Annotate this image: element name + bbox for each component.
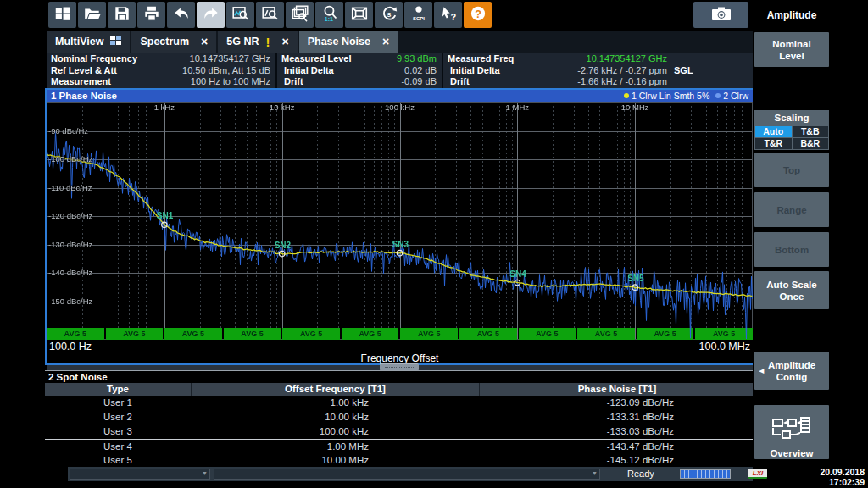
scaling-option-t-b[interactable]: T&B	[793, 126, 829, 137]
lxi-logo: LXI	[748, 469, 767, 479]
chevron-down-icon: ▼	[592, 470, 598, 476]
column-header-offset-frequency-t1: Offset Frequency [T1]	[191, 383, 479, 396]
sidebar-menu-title: Amplitude	[753, 0, 831, 30]
table-cell: -143.47 dBc/Hz	[479, 440, 754, 453]
tab-close-icon[interactable]: ×	[382, 35, 389, 48]
single-sweep-refresh-icon: s	[380, 4, 398, 26]
table-row[interactable]: User 11.00 kHz-123.09 dBc/Hz	[45, 396, 754, 410]
column-header-phase-noise-t1: Phase Noise [T1]	[479, 383, 754, 396]
chevron-down-icon: ▼	[202, 470, 208, 476]
help-icon: ?	[469, 4, 487, 26]
scpi-recorder-button[interactable]: SCPI	[404, 2, 432, 28]
range-button[interactable]: Range	[754, 192, 829, 227]
save-button[interactable]	[108, 2, 136, 28]
spot-noise-table-header: TypeOffset Frequency [T1]Phase Noise [T1…	[45, 383, 754, 396]
table-cell: User 4	[45, 440, 191, 453]
x-axis-label: Frequency Offset	[47, 352, 753, 364]
info-column-2: Measured Freq10.147354127 GHz Initial De…	[442, 53, 751, 88]
nominal-level-button[interactable]: Nominal Level	[754, 32, 829, 67]
spot-noise-table-body: User 11.00 kHz-123.09 dBc/HzUser 210.00 …	[45, 396, 754, 468]
info-row: Nominal Frequency10.147354127 GHz	[51, 53, 270, 65]
undo-button[interactable]	[167, 2, 195, 28]
info-value: 10.50 dBm, Att 15 dB	[182, 65, 270, 77]
svg-text:?: ?	[450, 12, 456, 22]
scaling-option-t-r[interactable]: T&R	[755, 138, 792, 149]
amplitude-config-button[interactable]: ◀ Amplitude Config	[754, 352, 829, 390]
legend-item: 1 Clrw Lin Smth 5%	[624, 91, 709, 101]
info-label: Drift	[281, 76, 303, 88]
save-icon	[113, 4, 131, 26]
phase-noise-window-header[interactable]: 1 Phase Noise 1 Clrw Lin Smth 5%2 Clrw	[47, 90, 753, 102]
softkey-sidebar: Amplitude Nominal Level Scaling AutoT&BT…	[753, 0, 868, 488]
auto-scale-once-button[interactable]: Auto Scale Once	[754, 271, 829, 309]
info-label: Measured Freq	[448, 53, 514, 65]
tab-spectrum[interactable]: Spectrum×	[131, 30, 216, 53]
zoom-multiple-button[interactable]	[286, 2, 314, 28]
zoom-trace-button[interactable]	[226, 2, 254, 28]
context-help-button[interactable]: ?	[434, 2, 462, 28]
table-cell: 10.00 kHz	[191, 410, 479, 424]
status-bar: ▼ ▼ Ready	[68, 467, 753, 481]
help-button[interactable]: ?	[464, 2, 492, 28]
info-label: Measured Level	[281, 53, 352, 65]
print-button[interactable]	[137, 2, 165, 28]
info-label: Ref Level & Att	[51, 65, 117, 77]
tab-label: Spectrum	[140, 36, 189, 47]
scaling-label: Scaling	[754, 110, 829, 125]
zoom-selection-button[interactable]	[256, 2, 284, 28]
status-dropdown-left[interactable]: ▼	[70, 469, 210, 480]
display-frame-button[interactable]	[345, 2, 373, 28]
info-column-1: Measured Level9.93 dBm Initial Delta0.02…	[275, 53, 442, 88]
table-row[interactable]: User 510.00 MHz-145.12 dBc/Hz	[45, 453, 754, 468]
info-row: Drift-0.09 dB	[281, 76, 437, 88]
phase-noise-plot[interactable]: AVG 5AVG 5AVG 5AVG 5AVG 5AVG 5AVG 5AVG 5…	[47, 102, 753, 340]
sweep-progress-bar	[680, 469, 731, 479]
trace-legend: 1 Clrw Lin Smth 5%2 Clrw	[624, 91, 748, 101]
channel-tab-bar: MultiViewSpectrum×5G NR!×Phase Noise×	[47, 30, 753, 53]
multiview-grid-icon	[110, 36, 121, 47]
tab-label: Phase Noise	[308, 36, 370, 47]
tab-close-icon[interactable]: ×	[201, 35, 208, 48]
context-help-icon: ?	[439, 4, 458, 26]
table-cell: User 1	[45, 396, 191, 410]
legend-item: 2 Clrw	[715, 91, 748, 101]
zoom-one-to-one-button[interactable]: 1:1	[315, 2, 343, 28]
bottom-button[interactable]: Bottom	[754, 232, 829, 267]
collapse-arrow-icon: ◀	[759, 367, 765, 375]
top-button[interactable]: Top	[754, 152, 829, 187]
table-cell: 100.00 kHz	[191, 424, 479, 439]
table-cell: User 5	[45, 453, 191, 468]
undo-icon	[172, 4, 191, 26]
tab-phase-noise[interactable]: Phase Noise×	[299, 30, 398, 53]
table-cell: -145.12 dBc/Hz	[479, 453, 754, 468]
status-message-dropdown[interactable]: ▼	[214, 469, 600, 480]
table-cell: -133.31 dBc/Hz	[479, 410, 754, 424]
redo-button[interactable]	[197, 2, 225, 28]
windows-logo-button[interactable]	[48, 2, 76, 28]
overview-label: Overview	[770, 447, 813, 459]
table-row[interactable]: User 210.00 kHz-133.31 dBc/Hz	[45, 410, 754, 424]
scaling-option-auto[interactable]: Auto	[755, 126, 792, 137]
date-time: 20.09.2018 17:02:39	[768, 468, 865, 487]
scaling-option-b-r[interactable]: B&R	[793, 138, 829, 149]
table-row[interactable]: User 3100.00 kHz-133.03 dBc/Hz	[45, 424, 754, 439]
info-value: 10.147354127 GHz	[190, 53, 270, 65]
info-value: 10.147354127 GHz	[587, 53, 667, 65]
tab-multiview[interactable]: MultiView	[47, 30, 130, 53]
camera-icon	[710, 4, 732, 26]
info-value: 0.02 dB	[404, 65, 437, 77]
legend-label: 2 Clrw	[723, 91, 748, 101]
tab-5g-nr[interactable]: 5G NR!×	[218, 30, 297, 53]
info-row: Drift-1.66 kHz / -0.16 ppm	[448, 76, 746, 88]
table-cell: -133.03 dBc/Hz	[479, 424, 754, 439]
tab-close-icon[interactable]: ×	[281, 35, 288, 48]
open-file-button[interactable]	[78, 2, 106, 28]
overview-button[interactable]: Overview	[754, 405, 829, 459]
single-sweep-refresh-button[interactable]: s	[375, 2, 403, 28]
screenshot-button[interactable]	[693, 2, 748, 28]
legend-label: 1 Clrw Lin Smth 5%	[632, 91, 709, 101]
table-row[interactable]: User 41.00 MHz-143.47 dBc/Hz	[45, 439, 754, 453]
column-header-type: Type	[45, 383, 191, 396]
toolbar: 1:1sSCPI??	[0, 0, 868, 30]
date-label: 20.09.2018	[768, 468, 865, 478]
